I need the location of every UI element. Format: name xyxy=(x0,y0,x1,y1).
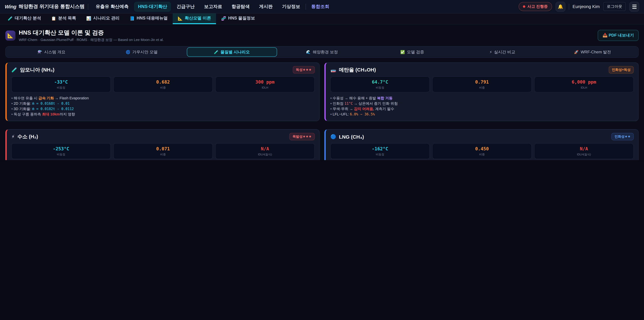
bar-chart-icon: 📊 xyxy=(86,16,91,21)
stat-label: 비등점 xyxy=(12,86,110,90)
stat-box-boiling-point: -33°C 비등점 xyxy=(12,77,111,92)
page-title-block: HNS 대기확산 모델 이론 및 검증 WRF-Chem · Gaussian … xyxy=(19,29,594,42)
section-tab-label: 해양환경 보정 xyxy=(312,49,338,55)
stat-box-boiling-point: -162°C 비등점 xyxy=(330,143,430,159)
chemical-card-lng: 🔵 LNG (CH₄) 인화성★★ -162°C 비등점 0.450 비중 N/… xyxy=(324,129,639,160)
stat-value: 300 ppm xyxy=(216,79,314,85)
bullet-item: •무색·무취 → 감지 어려움, 계측기 필수 xyxy=(330,106,634,111)
section-tab-4[interactable]: ✅모델 검증 xyxy=(367,47,457,57)
bullet-dot: • xyxy=(12,107,13,111)
red-dot-icon xyxy=(523,5,526,8)
page-subtitle: WRF-Chem · Gaussian Plume/Puff · ROMS · … xyxy=(19,38,594,42)
stat-box-idlh: 300 ppm IDLH xyxy=(215,77,314,92)
main-nav-item-6[interactable]: 기상정보 xyxy=(278,2,304,12)
main-nav-item-3[interactable]: 보고자료 xyxy=(200,2,226,12)
card-header: ⚡ 수소 (H₂) 폭발성★★★ xyxy=(12,133,314,140)
chemical-card-ammonia: 🧪 암모니아 (NH₃) 독성★★★ -33°C 비등점 0.682 비중 30… xyxy=(5,62,320,121)
divider xyxy=(306,4,306,10)
main-nav-item-0[interactable]: 유출유 확산예측 xyxy=(92,2,133,12)
section-tab-label: 물질별 시나리오 xyxy=(220,49,250,55)
sub-nav-label: HNS 대응매뉴얼 xyxy=(137,16,168,21)
sub-nav-tab-0[interactable]: 🧪대기확산 분석 xyxy=(3,14,46,24)
pdf-export-button[interactable]: 📥 PDF 내보내기 xyxy=(598,30,639,41)
menu-icon xyxy=(632,5,636,9)
sub-nav-tab-2[interactable]: 📊시나리오 관리 xyxy=(81,14,124,24)
main-nav-item-4[interactable]: 항공탐색 xyxy=(228,2,254,12)
main-nav-item-5[interactable]: 게시판 xyxy=(255,2,277,12)
sub-nav-label: 시나리오 관리 xyxy=(93,16,120,21)
section-tab-2[interactable]: 🧪물질별 시나리오 xyxy=(187,47,277,57)
bullet-dot: • xyxy=(12,96,13,100)
bullet-dot: • xyxy=(330,96,332,100)
stat-value: 6,000 ppm xyxy=(535,79,632,85)
lightning-icon: ⚡ xyxy=(12,134,15,139)
stat-label: 비중 xyxy=(114,153,212,157)
main-nav-item-7[interactable]: 통합조회 xyxy=(307,2,334,12)
page-header: 📐 HNS 대기확산 모델 이론 및 검증 WRF-Chem · Gaussia… xyxy=(0,25,644,46)
section-tab-6[interactable]: 🚀WRF-Chem 발전 xyxy=(548,47,638,57)
sub-nav-tab-1[interactable]: 📋분석 목록 xyxy=(46,14,81,24)
stat-label: 비등점 xyxy=(332,86,429,90)
section-tab-0[interactable]: ⚗️시스템 개요 xyxy=(6,47,96,57)
bullet-item: •해수면 유출 시 급속 기화 → Flash Evaporation xyxy=(12,95,314,101)
stat-value: 0.450 xyxy=(433,146,531,151)
bullet-list: •해수면 유출 시 급속 기화 → Flash Evaporation•2D 기… xyxy=(12,95,314,117)
stat-value: 0.682 xyxy=(114,79,212,85)
bullet-item: •3D 기화율: ṁ = 0.0182t - 0.0112 xyxy=(12,106,314,111)
chemical-name: 메탄올 (CH₃OH) xyxy=(339,67,606,73)
incident-status-badge: 사고 진행중 xyxy=(519,2,552,11)
logo-mark: Wing xyxy=(5,4,16,10)
bullet-dot: • xyxy=(330,112,332,116)
sub-nav-label: 대기확산 분석 xyxy=(15,16,41,21)
chemical-name: 암모니아 (NH₃) xyxy=(20,67,290,73)
main-nav-item-1[interactable]: HNS·대기확산 xyxy=(134,2,171,12)
stat-row: 64.7°C 비등점 0.791 비중 6,000 ppm IDLH xyxy=(330,77,634,92)
petri-dish-icon: 🧫 xyxy=(330,67,336,73)
sub-nav-tab-5[interactable]: 🧬HNS 물질정보 xyxy=(216,14,260,24)
sub-nav-tab-4[interactable]: 📐확산모델 이론 xyxy=(173,14,216,24)
spiral-icon: 🌀 xyxy=(126,50,130,54)
page-title: HNS 대기확산 모델 이론 및 검증 xyxy=(19,29,594,37)
bullet-dot: • xyxy=(12,101,13,105)
section-tab-5[interactable]: ⚡실시간 비교 xyxy=(457,47,548,57)
section-tab-label: WRF-Chem 발전 xyxy=(580,49,611,55)
logout-button[interactable]: 로그아웃 xyxy=(603,2,626,11)
notification-bell-button[interactable]: 🔔 xyxy=(556,2,566,12)
bullet-item: •2D 기화율: ṁ = 0.0168t - 0.01 xyxy=(12,101,314,106)
stat-value: N/A xyxy=(535,146,632,151)
stat-box-idlh: N/A IDLH(질식) xyxy=(215,143,314,159)
sub-nav-label: 분석 목록 xyxy=(58,16,76,21)
divider xyxy=(88,4,88,10)
main-nav-item-2[interactable]: 긴급구난 xyxy=(172,2,199,12)
bullet-dot: • xyxy=(12,112,13,116)
section-tab-label: 시스템 개요 xyxy=(44,49,66,55)
section-tab-1[interactable]: 🌀가우시안 모델 xyxy=(96,47,187,57)
bullet-item: •LFL~UFL: 6.0% ~ 36.5% xyxy=(330,111,634,117)
dna-icon: 🧬 xyxy=(221,16,226,21)
bullet-item: •독성 구름 풍하측 최대 10km까지 영향 xyxy=(12,111,314,117)
page-title-icon: 📐 xyxy=(5,30,16,41)
app-root: Wing 해양환경 위기대응 통합시스템 유출유 확산예측HNS·대기확산긴급구… xyxy=(0,0,644,160)
clipboard-icon: 📋 xyxy=(51,16,56,21)
stat-value: 0.791 xyxy=(433,79,531,85)
check-icon: ✅ xyxy=(400,50,405,54)
download-icon: 📥 xyxy=(602,33,608,38)
top-nav-right: 사고 진행중 🔔 Eunjeong Kim 로그아웃 xyxy=(519,2,639,12)
stat-value: -162°C xyxy=(332,146,429,151)
section-tab-label: 모델 검증 xyxy=(407,49,424,55)
section-tab-strip: ⚗️시스템 개요🌀가우시안 모델🧪물질별 시나리오🌊해양환경 보정✅모델 검증⚡… xyxy=(5,46,639,58)
section-tab-3[interactable]: 🌊해양환경 보정 xyxy=(277,47,367,57)
stat-label: IDLH xyxy=(535,86,632,89)
sub-nav-label: HNS 물질정보 xyxy=(228,16,255,21)
test-tube-icon: 🧪 xyxy=(12,67,17,73)
divider xyxy=(569,4,569,10)
pdf-export-label: PDF 내보내기 xyxy=(608,33,634,38)
hazard-badge: 인화성★★ xyxy=(612,133,634,140)
stat-row: -253°C 비등점 0.071 비중 N/A IDLH(질식) xyxy=(12,143,314,159)
hazard-badge: 인화성+독성 xyxy=(609,66,634,74)
sub-nav-tab-3[interactable]: 📘HNS 대응매뉴얼 xyxy=(124,14,173,24)
stat-box-boiling-point: -253°C 비등점 xyxy=(12,143,111,159)
triangle-ruler-icon: 📐 xyxy=(178,16,183,21)
hamburger-menu-button[interactable] xyxy=(629,2,639,12)
sub-navigation-bar: 🧪대기확산 분석📋분석 목록📊시나리오 관리📘HNS 대응매뉴얼📐확산모델 이론… xyxy=(0,14,644,25)
